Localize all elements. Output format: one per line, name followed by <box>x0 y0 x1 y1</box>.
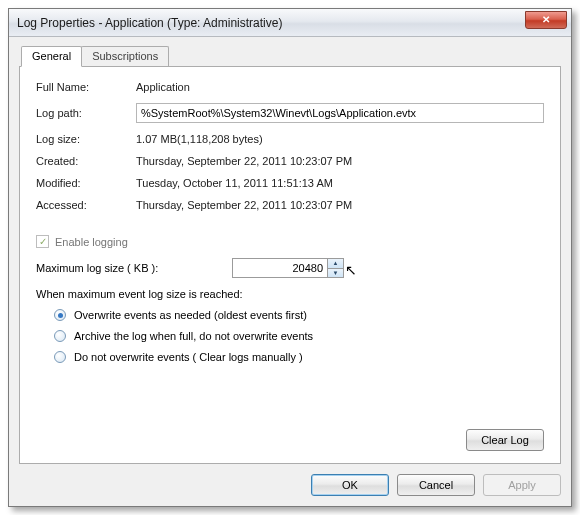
tab-subscriptions[interactable]: Subscriptions <box>81 46 169 67</box>
value-log-size: 1.07 MB(1,118,208 bytes) <box>136 133 544 145</box>
radio-row-overwrite[interactable]: Overwrite events as needed (oldest event… <box>54 309 544 321</box>
client-area: General Subscriptions Full Name: Applica… <box>9 37 571 506</box>
tab-general[interactable]: General <box>21 46 82 67</box>
radio-noclear[interactable] <box>54 351 66 363</box>
label-log-path: Log path: <box>36 107 136 119</box>
spinner-down[interactable]: ▼ <box>328 269 343 278</box>
label-accessed: Accessed: <box>36 199 136 211</box>
radio-row-archive[interactable]: Archive the log when full, do not overwr… <box>54 330 544 342</box>
cursor-icon: ↖ <box>345 262 357 278</box>
row-log-size: Log size: 1.07 MB(1,118,208 bytes) <box>36 133 544 145</box>
row-full-name: Full Name: Application <box>36 81 544 93</box>
label-max-size: Maximum log size ( KB ): <box>36 262 176 274</box>
spinner-up[interactable]: ▲ <box>328 259 343 269</box>
spinner-buttons: ▲ ▼ <box>327 259 343 277</box>
log-path-input[interactable] <box>136 103 544 123</box>
row-modified: Modified: Tuesday, October 11, 2011 11:5… <box>36 177 544 189</box>
radio-group-overflow: Overwrite events as needed (oldest event… <box>54 309 544 363</box>
label-created: Created: <box>36 155 136 167</box>
radio-archive[interactable] <box>54 330 66 342</box>
window-title: Log Properties - Application (Type: Admi… <box>17 16 525 30</box>
row-log-path: Log path: <box>36 103 544 123</box>
row-accessed: Accessed: Thursday, September 22, 2011 1… <box>36 199 544 211</box>
enable-logging-checkbox: ✓ <box>36 235 49 248</box>
max-size-spinner[interactable]: ▲ ▼ ↖ <box>232 258 344 278</box>
radio-row-noclear[interactable]: Do not overwrite events ( Clear logs man… <box>54 351 544 363</box>
radio-noclear-label: Do not overwrite events ( Clear logs man… <box>74 351 303 363</box>
value-full-name: Application <box>136 81 544 93</box>
close-button[interactable]: ✕ <box>525 11 567 29</box>
radio-overwrite-label: Overwrite events as needed (oldest event… <box>74 309 307 321</box>
ok-button[interactable]: OK <box>311 474 389 496</box>
dialog-window: Log Properties - Application (Type: Admi… <box>8 8 572 507</box>
label-full-name: Full Name: <box>36 81 136 93</box>
tabstrip: General Subscriptions <box>19 46 561 67</box>
dialog-button-bar: OK Cancel Apply <box>19 474 561 496</box>
label-when-max: When maximum event log size is reached: <box>36 288 544 300</box>
clear-log-button[interactable]: Clear Log <box>466 429 544 451</box>
radio-archive-label: Archive the log when full, do not overwr… <box>74 330 313 342</box>
enable-logging-label: Enable logging <box>55 236 128 248</box>
label-modified: Modified: <box>36 177 136 189</box>
value-modified: Tuesday, October 11, 2011 11:51:13 AM <box>136 177 544 189</box>
value-created: Thursday, September 22, 2011 10:23:07 PM <box>136 155 544 167</box>
checkmark-icon: ✓ <box>39 237 47 247</box>
cancel-button[interactable]: Cancel <box>397 474 475 496</box>
label-log-size: Log size: <box>36 133 136 145</box>
radio-overwrite[interactable] <box>54 309 66 321</box>
close-icon: ✕ <box>542 15 550 25</box>
row-created: Created: Thursday, September 22, 2011 10… <box>36 155 544 167</box>
max-size-input[interactable] <box>233 259 327 277</box>
titlebar[interactable]: Log Properties - Application (Type: Admi… <box>9 9 571 37</box>
enable-logging-row: ✓ Enable logging <box>36 235 544 248</box>
value-accessed: Thursday, September 22, 2011 10:23:07 PM <box>136 199 544 211</box>
apply-button: Apply <box>483 474 561 496</box>
tab-panel-general: Full Name: Application Log path: Log siz… <box>19 66 561 464</box>
max-size-row: Maximum log size ( KB ): ▲ ▼ ↖ <box>36 258 544 278</box>
